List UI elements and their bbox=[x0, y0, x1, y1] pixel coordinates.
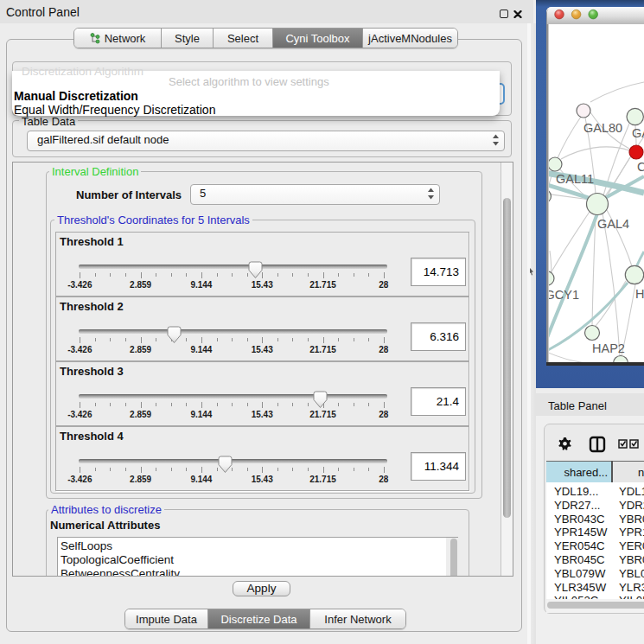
svg-text:C: C bbox=[637, 160, 644, 174]
svg-text:GAL4: GAL4 bbox=[597, 217, 629, 231]
svg-text:H: H bbox=[635, 287, 644, 301]
svg-text:HAP2: HAP2 bbox=[592, 341, 625, 355]
svg-text:GAL80: GAL80 bbox=[583, 121, 622, 135]
svg-text:GA: GA bbox=[632, 126, 644, 140]
svg-text:GCY1: GCY1 bbox=[549, 288, 579, 302]
svg-text:GAL11: GAL11 bbox=[556, 172, 594, 186]
